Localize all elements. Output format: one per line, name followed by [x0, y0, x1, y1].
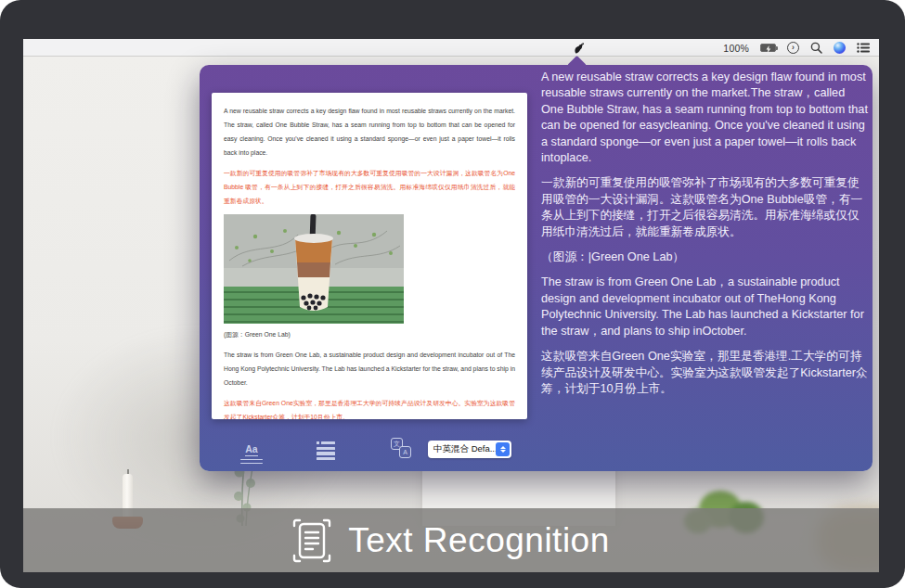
- font-size-icon: Aa: [245, 444, 257, 456]
- result-paragraph-zh-2: 这款吸管来自Green One实验室，那里是香港理.工大学的可持续产品设计及研发…: [541, 349, 868, 397]
- list-bar: [317, 452, 335, 454]
- list-bar: [317, 447, 335, 450]
- recognized-text-panel[interactable]: A new reusable straw corrects a key desi…: [541, 70, 868, 406]
- ocr-popover: A new reusable straw corrects a key desi…: [200, 65, 873, 471]
- translate-target-icon: A: [399, 446, 411, 458]
- notification-center-icon[interactable]: [857, 43, 870, 53]
- list-bar: [321, 441, 335, 444]
- doc-photo-caption: (图源：Green One Lab): [224, 327, 515, 341]
- text-list-button[interactable]: [317, 441, 335, 462]
- siri-icon[interactable]: [834, 42, 846, 54]
- spotlight-search-icon[interactable]: [810, 42, 822, 54]
- doc-paragraph-en-2: The straw is from Green One Lab, a susta…: [224, 348, 515, 390]
- screenshot-stage: 100% ›: [0, 0, 905, 588]
- result-paragraph-en-1: A new reusable straw corrects a key desi…: [541, 70, 868, 166]
- font-line: [240, 459, 263, 461]
- menu-status-cluster: 100% ›: [723, 39, 870, 57]
- scan-document-icon: [292, 518, 331, 563]
- language-select[interactable]: 中英混合 Defa...: [428, 441, 511, 458]
- result-paragraph-zh-1: 一款新的可重复使用的吸管弥补了市场现有的大多数可重复使用吸管的一大设计漏洞。这款…: [541, 175, 868, 240]
- translate-button[interactable]: 文 A: [391, 438, 411, 458]
- feature-banner: Text Recognition: [23, 508, 879, 572]
- font-line: [240, 463, 263, 465]
- doc-paragraph-zh-2: 这款吸管来自Green One实验室，那里是香港理工大学的可持续产品设计及研发中…: [224, 396, 515, 419]
- battery-icon[interactable]: [760, 44, 776, 52]
- language-select-value: 中英混合 Defa...: [428, 443, 496, 455]
- document-preview: A new reusable straw corrects a key desi…: [212, 93, 527, 419]
- doc-paragraph-zh-1: 一款新的可重复使用的吸管弥补了市场现有的大多数可重复使用吸管的一大设计漏洞，这款…: [224, 166, 515, 208]
- font-settings-button[interactable]: Aa: [240, 440, 263, 464]
- bird-icon[interactable]: [571, 41, 586, 56]
- result-paragraph-en-2: The straw is from Green One Lab，a sustai…: [541, 275, 868, 339]
- bubble-tea-photo: [224, 214, 404, 324]
- battery-percent-label: 100%: [723, 43, 749, 54]
- list-bar: [317, 457, 335, 460]
- banner-title: Text Recognition: [348, 521, 610, 560]
- list-bullet: [317, 441, 319, 444]
- screen: 100% ›: [23, 39, 879, 572]
- menu-bar: 100% ›: [23, 39, 879, 57]
- select-stepper-icon: [496, 442, 510, 456]
- circled-chevron-icon[interactable]: ›: [787, 42, 799, 54]
- result-caption-line: （图源：|Green One Lab）: [541, 249, 868, 265]
- doc-paragraph-en-1: A new reusable straw corrects a key desi…: [224, 104, 515, 160]
